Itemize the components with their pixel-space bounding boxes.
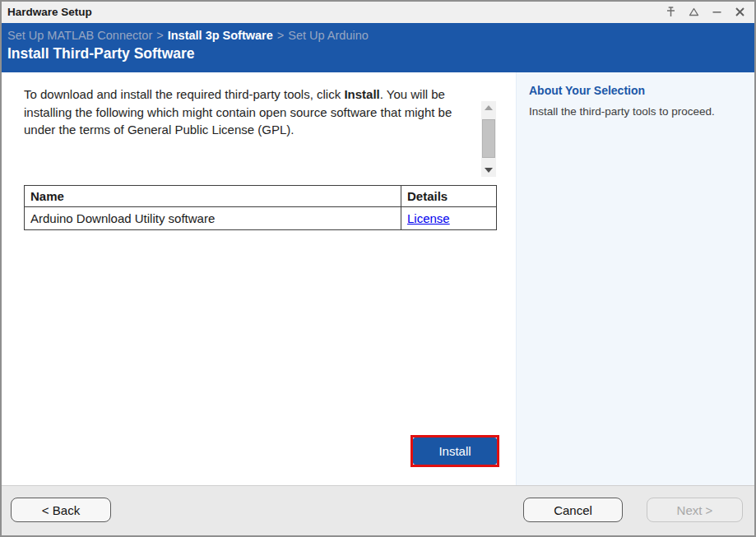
next-button: Next > (647, 498, 743, 522)
footer-buttons: < Back Cancel Next > (0, 0, 756, 537)
cancel-button[interactable]: Cancel (523, 498, 623, 522)
back-button[interactable]: < Back (11, 498, 111, 522)
hardware-setup-window: Hardware Setup Set Up MATLAB Connector>I… (0, 0, 756, 537)
